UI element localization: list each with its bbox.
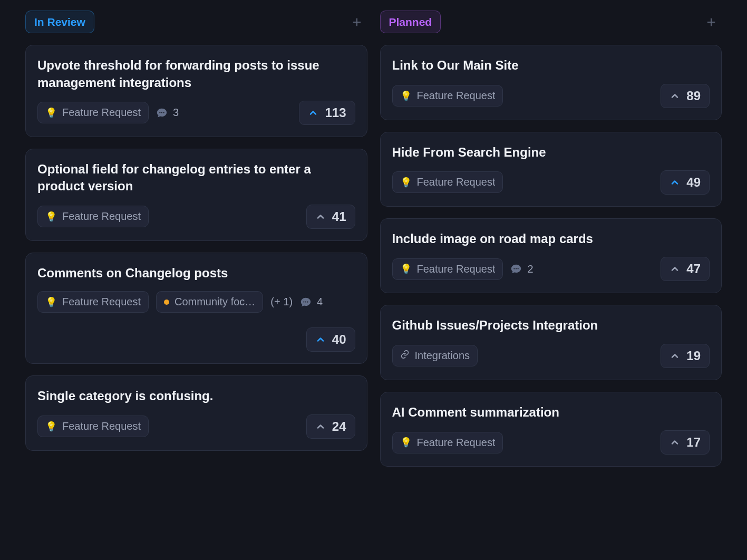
column-title: Planned	[380, 11, 441, 33]
category-tag[interactable]: 💡 Feature Request	[37, 291, 149, 313]
upvote-button[interactable]: 49	[661, 170, 710, 195]
tag-label: Integrations	[415, 350, 470, 362]
card-meta: 💡 Feature Request 49	[392, 170, 710, 195]
column-in-review: In Review Upvote threshold for forwardin…	[25, 11, 367, 467]
vote-count: 113	[325, 105, 346, 120]
tag-label: Feature Request	[62, 420, 141, 432]
extra-tags-count[interactable]: (+ 1)	[270, 296, 293, 308]
column-title: In Review	[25, 11, 94, 33]
column-cards: Upvote threshold for forwarding posts to…	[25, 45, 367, 450]
svg-point-3	[161, 112, 162, 113]
vote-count: 41	[332, 209, 346, 224]
comments-count: 3	[173, 107, 179, 119]
upvote-button[interactable]: 24	[306, 414, 355, 439]
chevron-up-icon	[670, 91, 680, 101]
svg-point-7	[307, 301, 308, 302]
column-header: In Review	[25, 11, 367, 33]
chevron-up-icon	[315, 334, 326, 345]
svg-point-2	[159, 112, 160, 113]
upvote-button[interactable]: 89	[661, 84, 710, 108]
card-meta: 💡 Feature Request Community foc… (+ 1) 4	[37, 291, 355, 352]
svg-point-6	[305, 301, 306, 302]
column-header: Planned	[380, 11, 722, 33]
vote-count: 24	[332, 419, 346, 434]
card[interactable]: Github Issues/Projects Integration Integ…	[380, 305, 722, 380]
category-tag[interactable]: Integrations	[392, 345, 478, 366]
tag-label: Feature Request	[417, 90, 496, 102]
card[interactable]: Comments on Changelog posts 💡 Feature Re…	[25, 253, 367, 364]
add-card-button[interactable]	[350, 15, 364, 30]
tag-label: Feature Request	[62, 210, 141, 223]
card[interactable]: Upvote threshold for forwarding posts to…	[25, 45, 367, 137]
vote-count: 49	[686, 175, 701, 190]
column-planned: Planned Link to Our Main Site 💡 Feature …	[380, 11, 722, 467]
card-title: Include image on road map cards	[392, 230, 710, 247]
chevron-up-icon	[308, 108, 318, 118]
category-tag[interactable]: 💡 Feature Request	[37, 206, 149, 227]
comments-indicator[interactable]: 2	[510, 263, 533, 275]
roadmap-board: In Review Upvote threshold for forwardin…	[0, 11, 747, 467]
comments-indicator[interactable]: 3	[156, 107, 179, 119]
chevron-up-icon	[315, 421, 326, 432]
card-meta: 💡 Feature Request 24	[37, 414, 355, 439]
card-meta: 💡 Feature Request 89	[392, 84, 710, 108]
card-title: Upvote threshold for forwarding posts to…	[37, 57, 355, 91]
card-title: Single category is confusing.	[37, 388, 355, 404]
upvote-button[interactable]: 113	[299, 101, 355, 125]
card-title: Comments on Changelog posts	[37, 265, 355, 282]
svg-point-10	[514, 268, 515, 269]
dot-icon	[164, 300, 169, 305]
link-icon	[400, 350, 410, 362]
lightbulb-icon: 💡	[400, 437, 412, 448]
upvote-button[interactable]: 19	[661, 344, 710, 368]
tags-wrap: 💡 Feature Request Community foc… (+ 1)	[37, 291, 293, 313]
card-title: AI Comment summarization	[392, 404, 710, 421]
card[interactable]: Hide From Search Engine 💡 Feature Reques…	[380, 132, 722, 207]
svg-point-12	[518, 268, 519, 269]
chevron-up-icon	[315, 211, 326, 222]
lightbulb-icon: 💡	[45, 296, 57, 308]
card-title: Hide From Search Engine	[392, 144, 710, 161]
vote-count: 89	[686, 89, 701, 103]
svg-point-11	[516, 268, 517, 269]
lightbulb-icon: 💡	[400, 90, 412, 102]
upvote-button[interactable]: 47	[661, 257, 710, 281]
vote-count: 47	[686, 262, 701, 276]
svg-point-5	[303, 301, 304, 302]
card[interactable]: AI Comment summarization 💡 Feature Reque…	[380, 392, 722, 467]
card-meta: 💡 Feature Request 41	[37, 205, 355, 229]
card-title: Link to Our Main Site	[392, 57, 710, 74]
chevron-up-icon	[670, 437, 680, 448]
category-tag[interactable]: 💡 Feature Request	[37, 102, 149, 123]
column-cards: Link to Our Main Site 💡 Feature Request …	[380, 45, 722, 467]
card[interactable]: Link to Our Main Site 💡 Feature Request …	[380, 45, 722, 120]
upvote-button[interactable]: 17	[661, 430, 710, 455]
category-tag[interactable]: 💡 Feature Request	[392, 85, 503, 107]
category-tag[interactable]: 💡 Feature Request	[392, 432, 503, 453]
plus-icon	[705, 16, 717, 28]
vote-count: 19	[686, 349, 701, 363]
category-tag[interactable]: 💡 Feature Request	[392, 258, 503, 280]
category-tag[interactable]: 💡 Feature Request	[37, 416, 149, 437]
tag-label: Feature Request	[417, 263, 496, 275]
card-meta: 💡 Feature Request 2 47	[392, 257, 710, 281]
card[interactable]: Single category is confusing. 💡 Feature …	[25, 375, 367, 450]
card-title: Github Issues/Projects Integration	[392, 317, 710, 334]
chevron-up-icon	[670, 351, 680, 361]
add-card-button[interactable]	[704, 15, 719, 30]
tag-label: Feature Request	[62, 107, 141, 119]
chevron-up-icon	[670, 264, 680, 274]
card[interactable]: Optional field for changelog entries to …	[25, 149, 367, 241]
comments-count: 2	[527, 263, 533, 275]
plus-icon	[351, 16, 363, 28]
comment-icon	[156, 107, 168, 119]
category-tag[interactable]: Community foc…	[156, 291, 263, 313]
comments-indicator[interactable]: 4	[300, 296, 323, 308]
upvote-button[interactable]: 41	[306, 205, 355, 229]
lightbulb-icon: 💡	[45, 107, 57, 119]
card[interactable]: Include image on road map cards 💡 Featur…	[380, 218, 722, 293]
lightbulb-icon: 💡	[45, 211, 57, 223]
card-meta: 💡 Feature Request 17	[392, 430, 710, 455]
category-tag[interactable]: 💡 Feature Request	[392, 171, 503, 193]
upvote-button[interactable]: 40	[306, 327, 355, 352]
